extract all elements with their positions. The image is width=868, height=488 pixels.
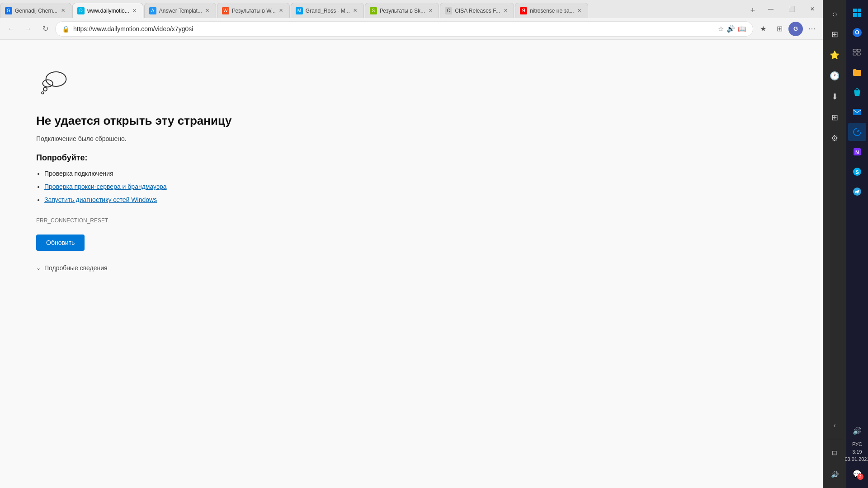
svg-rect-6 (853, 13, 857, 17)
error-code: ERR_CONNECTION_RESET (36, 217, 108, 224)
tab-title: www.dailymotio... (87, 8, 129, 14)
settings-icon[interactable]: ⚙ (825, 128, 844, 148)
tab-favicon: A (149, 7, 156, 14)
favorites-toolbar-button[interactable]: ★ (756, 22, 770, 36)
tab-grand[interactable]: M Grand_Ross - M... ✕ (291, 3, 364, 18)
file-explorer-icon[interactable] (848, 63, 866, 81)
svg-point-2 (43, 87, 47, 91)
svg-rect-11 (857, 53, 860, 55)
favorites-icon[interactable]: ⭐ (825, 45, 844, 65)
window-controls: — ⬜ ✕ (760, 0, 823, 18)
sidebar-collapse-button[interactable]: ‹ (825, 415, 844, 435)
maximize-button[interactable]: ⬜ (781, 0, 802, 18)
apps-icon[interactable]: ⊞ (825, 108, 844, 127)
svg-rect-4 (853, 9, 857, 12)
tab-close-button[interactable]: ✕ (131, 7, 138, 14)
audio-icon[interactable]: 🔊 (825, 465, 844, 484)
svg-point-0 (46, 72, 66, 86)
tab-title: CISA Releases F... (455, 8, 500, 14)
new-tab-button[interactable]: + (745, 3, 760, 18)
tab-cisa[interactable]: C CISA Releases F... ✕ (440, 3, 514, 18)
speakers-icon[interactable]: 🔊 (848, 422, 866, 440)
address-bar[interactable]: 🔒 https://www.dailymotion.com/video/x7yg… (55, 21, 753, 37)
mail-icon[interactable] (848, 103, 866, 121)
collections-icon[interactable]: ⊞ (825, 24, 844, 44)
svg-rect-5 (858, 9, 861, 12)
start-button[interactable] (848, 4, 866, 22)
lock-icon: 🔒 (62, 25, 70, 33)
taskbar-time: 3:19 03.01.2021 (844, 449, 868, 463)
store-icon[interactable] (848, 83, 866, 101)
try-link[interactable]: Проверка прокси-сервера и брандмауэра (44, 183, 167, 190)
chevron-down-icon: ⌄ (36, 265, 41, 271)
tab-title: nitrosense не за... (530, 8, 574, 14)
refresh-page-button[interactable]: Обновить (36, 235, 85, 251)
tab-bar: G Gennadij Chern... ✕ D www.dailymotio..… (0, 0, 823, 18)
win-taskbar: O N (846, 0, 868, 488)
tab-sk[interactable]: S Результаты в Sk... ✕ (365, 3, 439, 18)
try-list: Проверка подключенияПроверка прокси-серв… (36, 169, 167, 208)
tab-daily[interactable]: D www.dailymotio... ✕ (72, 3, 143, 18)
search-icon[interactable]: ⌕ (825, 4, 844, 23)
tab-yandex[interactable]: Я nitrosense не за... ✕ (515, 3, 588, 18)
language-indicator[interactable]: РУС (852, 441, 862, 447)
tab-close-button[interactable]: ✕ (204, 7, 211, 14)
list-item[interactable]: Проверка прокси-сервера и брандмауэра (44, 182, 167, 192)
collections-toolbar-button[interactable]: ⊞ (772, 22, 787, 36)
read-aloud-icon[interactable]: 🔊 (726, 25, 735, 33)
try-title: Попробуйте: (36, 153, 88, 163)
tab-favicon: Я (520, 7, 527, 14)
immersive-reader-icon[interactable]: 📖 (738, 25, 746, 33)
tab-title: Grand_Ross - M... (306, 8, 350, 14)
error-title: Не удается открыть эту страницу (36, 114, 231, 128)
tab-answer[interactable]: A Answer Templat... ✕ (144, 3, 216, 18)
url-text: https://www.dailymotion.com/video/x7yg0s… (73, 25, 714, 33)
more-options-button[interactable]: ⋯ (805, 22, 819, 36)
details-label: Подробные сведения (44, 264, 108, 272)
cortana-icon[interactable]: O (848, 23, 866, 42)
downloads-icon[interactable]: ⬇ (825, 87, 844, 107)
svg-rect-12 (853, 109, 861, 115)
skype-icon[interactable]: S (848, 163, 866, 181)
edge-taskbar-icon[interactable] (848, 123, 866, 141)
tab-results1[interactable]: W Результаты в W... ✕ (217, 3, 290, 18)
minimize-button[interactable]: — (760, 0, 781, 18)
tab-close-button[interactable]: ✕ (278, 7, 285, 14)
address-bar-row: ← → ↻ 🔒 https://www.dailymotion.com/vide… (0, 18, 823, 40)
tab-favicon: M (296, 7, 303, 14)
forward-button[interactable]: → (21, 22, 35, 36)
tab-close-button[interactable]: ✕ (427, 7, 434, 14)
task-view-icon[interactable] (848, 43, 866, 61)
close-button[interactable]: ✕ (802, 0, 823, 18)
tab-close-button[interactable]: ✕ (352, 7, 359, 14)
tab-favicon: C (445, 7, 452, 14)
svg-rect-10 (853, 53, 856, 55)
tab-favicon: G (5, 7, 12, 14)
telegram-icon[interactable] (848, 183, 866, 201)
tab-favicon: D (77, 7, 85, 14)
details-toggle[interactable]: ⌄ Подробные сведения (36, 264, 108, 272)
main-content: Не удается открыть эту страницу Подключе… (0, 40, 823, 488)
try-link[interactable]: Запустить диагностику сетей Windows (44, 196, 157, 203)
onenote-icon[interactable]: N (848, 143, 866, 161)
toolbar-icons: ★ ⊞ G ⋯ (756, 22, 819, 36)
tab-close-button[interactable]: ✕ (502, 7, 509, 14)
tab-gennadij[interactable]: G Gennadij Chern... ✕ (0, 3, 71, 18)
profile-button[interactable]: G (788, 22, 803, 36)
svg-rect-7 (858, 13, 861, 17)
edge-sidebar: ⌕⊞⭐🕐⬇⊞⚙ ‹ ⊟ 🔊 (823, 0, 846, 488)
tab-title: Answer Templat... (159, 8, 202, 14)
tab-close-button[interactable]: ✕ (576, 7, 583, 14)
taskbar-bottom: 🔊 РУС 3:19 03.01.2021 💬 2 (844, 422, 868, 484)
history-icon[interactable]: 🕐 (825, 66, 844, 86)
notification-button[interactable]: 💬 2 (848, 465, 866, 483)
svg-rect-8 (853, 49, 856, 52)
tab-close-button[interactable]: ✕ (59, 7, 66, 14)
back-button[interactable]: ← (4, 22, 18, 36)
list-item: Проверка подключения (44, 169, 167, 178)
list-item[interactable]: Запустить диагностику сетей Windows (44, 195, 167, 205)
screen-cast-icon[interactable]: ⊟ (825, 443, 844, 463)
svg-text:N: N (855, 150, 859, 155)
refresh-button[interactable]: ↻ (38, 22, 52, 36)
favorite-icon[interactable]: ☆ (718, 25, 724, 33)
